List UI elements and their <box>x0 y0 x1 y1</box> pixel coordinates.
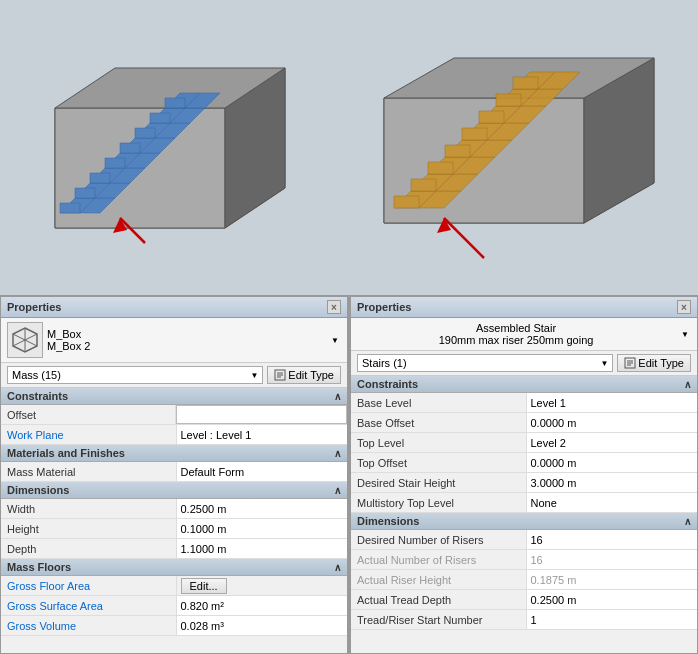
right-prop-top-offset: Top Offset 0.0000 m <box>351 453 697 473</box>
right-prop-tread-depth: Actual Tread Depth 0.2500 m <box>351 590 697 610</box>
left-type-line2: M_Box 2 <box>47 340 325 352</box>
right-value-multistory: None <box>527 493 698 512</box>
right-stair-svg <box>364 18 684 278</box>
svg-marker-56 <box>496 94 521 106</box>
left-prop-workplane: Work Plane Level : Level 1 <box>1 425 347 445</box>
left-value-gross-surface: 0.820 m² <box>177 596 348 615</box>
right-panel-close[interactable]: × <box>677 300 691 314</box>
right-type-line1: Assembled Stair <box>357 322 675 334</box>
left-props-table: Constraints ∧ Offset Work Plane Level : … <box>1 388 347 653</box>
left-panel-title: Properties <box>7 301 61 313</box>
right-edit-type-icon <box>624 357 636 369</box>
left-section-dimensions: Dimensions ∧ <box>1 482 347 499</box>
right-label-stair-height: Desired Stair Height <box>351 473 527 492</box>
left-value-depth: 1.1000 m <box>177 539 348 558</box>
right-prop-start-number: Tread/Riser Start Number 1 <box>351 610 697 630</box>
left-panel-header: Properties × <box>1 297 347 318</box>
left-prop-offset: Offset <box>1 405 347 425</box>
left-massfloors-toggle[interactable]: ∧ <box>334 562 341 573</box>
left-prop-gross-volume: Gross Volume 0.028 m³ <box>1 616 347 636</box>
right-constraints-toggle[interactable]: ∧ <box>684 379 691 390</box>
left-prop-material: Mass Material Default Form <box>1 462 347 482</box>
left-section-materials: Materials and Finishes ∧ <box>1 445 347 462</box>
right-dimensions-toggle[interactable]: ∧ <box>684 516 691 527</box>
right-prop-base-level: Base Level Level 1 <box>351 393 697 413</box>
right-properties-panel: Properties × Assembled Stair 190mm max r… <box>350 296 698 654</box>
svg-marker-26 <box>150 113 170 123</box>
bottom-section: Properties × M_Box M_Box 2 ▼ Mass ( <box>0 295 698 654</box>
left-label-gross-floor: Gross Floor Area <box>1 576 177 595</box>
right-prop-base-offset: Base Offset 0.0000 m <box>351 413 697 433</box>
svg-marker-51 <box>411 179 436 191</box>
left-section-mass-floors: Mass Floors ∧ <box>1 559 347 576</box>
right-prop-desired-risers: Desired Number of Risers 16 <box>351 530 697 550</box>
right-type-name-area: Assembled Stair 190mm max riser 250mm go… <box>357 322 675 346</box>
right-value-start-number: 1 <box>527 610 698 629</box>
left-panel-close[interactable]: × <box>327 300 341 314</box>
left-label-height: Height <box>1 519 177 538</box>
left-value-gross-volume: 0.028 m³ <box>177 616 348 635</box>
right-value-stair-height: 3.0000 m <box>527 473 698 492</box>
right-label-base-offset: Base Offset <box>351 413 527 432</box>
right-prop-multistory: Multistory Top Level None <box>351 493 697 513</box>
svg-marker-55 <box>479 111 504 123</box>
svg-marker-25 <box>135 128 155 138</box>
svg-marker-21 <box>75 188 95 198</box>
svg-marker-53 <box>445 145 470 157</box>
left-label-depth: Depth <box>1 539 177 558</box>
right-instance-arrow: ▼ <box>600 359 608 368</box>
right-panel-header: Properties × <box>351 297 697 318</box>
svg-marker-22 <box>90 173 110 183</box>
top-view-section <box>0 0 698 295</box>
left-label-gross-surface: Gross Surface Area <box>1 596 177 615</box>
left-edit-type-button[interactable]: Edit Type <box>267 366 341 384</box>
left-instance-dropdown[interactable]: Mass (15) ▼ <box>7 366 263 384</box>
right-value-base-offset: 0.0000 m <box>527 413 698 432</box>
left-dimensions-toggle[interactable]: ∧ <box>334 485 341 496</box>
left-label-gross-volume: Gross Volume <box>1 616 177 635</box>
svg-marker-57 <box>513 77 538 89</box>
right-value-tread-depth: 0.2500 m <box>527 590 698 609</box>
right-value-top-level: Level 2 <box>527 433 698 452</box>
right-label-base-level: Base Level <box>351 393 527 412</box>
right-label-riser-height: Actual Riser Height <box>351 570 527 589</box>
right-label-top-level: Top Level <box>351 433 527 452</box>
left-value-gross-floor: Edit... <box>177 576 348 595</box>
left-constraints-toggle[interactable]: ∧ <box>334 391 341 402</box>
svg-marker-52 <box>428 162 453 174</box>
right-view-panel <box>349 0 698 295</box>
left-value-offset[interactable] <box>176 405 348 424</box>
left-value-height: 0.1000 m <box>177 519 348 538</box>
left-stair-svg <box>25 18 325 278</box>
svg-marker-50 <box>394 196 419 208</box>
svg-marker-23 <box>105 158 125 168</box>
left-prop-depth: Depth 1.1000 m <box>1 539 347 559</box>
right-prop-top-level: Top Level Level 2 <box>351 433 697 453</box>
left-view-panel <box>0 0 349 295</box>
right-value-desired-risers: 16 <box>527 530 698 549</box>
right-type-dropdown-arrow[interactable]: ▼ <box>679 328 691 341</box>
left-prop-width: Width 0.2500 m <box>1 499 347 519</box>
right-section-constraints: Constraints ∧ <box>351 376 697 393</box>
left-type-name-area: M_Box M_Box 2 <box>47 328 325 352</box>
left-edit-type-label: Edit Type <box>288 369 334 381</box>
svg-marker-24 <box>120 143 140 153</box>
left-label-width: Width <box>1 499 177 518</box>
svg-line-58 <box>444 218 484 258</box>
left-type-dropdown-arrow[interactable]: ▼ <box>329 334 341 347</box>
right-label-actual-risers: Actual Number of Risers <box>351 550 527 569</box>
right-edit-type-button[interactable]: Edit Type <box>617 354 691 372</box>
right-instance-dropdown[interactable]: Stairs (1) ▼ <box>357 354 613 372</box>
left-edit-floors-button[interactable]: Edit... <box>181 578 227 594</box>
left-edit-type-icon <box>274 369 286 381</box>
left-label-workplane: Work Plane <box>1 425 177 444</box>
right-instance-label: Stairs (1) <box>362 357 407 369</box>
left-label-material: Mass Material <box>1 462 177 481</box>
right-props-table: Constraints ∧ Base Level Level 1 Base Of… <box>351 376 697 653</box>
right-value-top-offset: 0.0000 m <box>527 453 698 472</box>
right-instance-row: Stairs (1) ▼ Edit Type <box>351 351 697 376</box>
left-materials-toggle[interactable]: ∧ <box>334 448 341 459</box>
left-instance-row: Mass (15) ▼ Edit Type <box>1 363 347 388</box>
svg-marker-27 <box>165 98 185 108</box>
right-value-actual-risers: 16 <box>527 550 698 569</box>
